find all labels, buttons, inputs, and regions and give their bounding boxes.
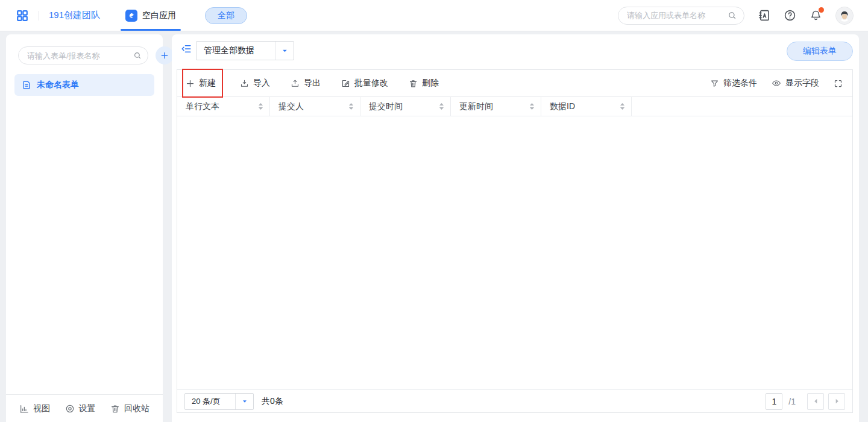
active-tab-underline: [121, 29, 181, 31]
global-search-input[interactable]: [627, 11, 728, 20]
page-total-label: /1: [788, 397, 796, 406]
views-label: 视图: [33, 403, 50, 414]
chevron-down-icon: [236, 394, 253, 409]
batch-edit-label: 批量修改: [354, 78, 388, 89]
sort-icon[interactable]: [258, 102, 263, 110]
form-search[interactable]: [18, 46, 148, 65]
show-fields-button[interactable]: 显示字段: [772, 78, 819, 89]
new-record-button[interactable]: 新建: [186, 78, 216, 89]
data-view-label: 管理全部数据: [197, 42, 275, 60]
column-header[interactable]: 更新时间: [451, 97, 541, 116]
form-list-sidebar: 未命名表单 视图 设置 回收站: [6, 34, 163, 422]
column-header[interactable]: 提交人: [270, 97, 360, 116]
show-fields-label: 显示字段: [785, 78, 819, 89]
sidebar-item-label: 未命名表单: [37, 80, 79, 90]
column-label: 更新时间: [459, 101, 493, 112]
notification-badge: [819, 7, 824, 13]
top-header: 191创建团队 空白应用 全部: [0, 0, 868, 31]
collapse-sidebar-icon[interactable]: [181, 43, 192, 54]
total-count-label: 共0条: [262, 396, 283, 407]
sort-icon[interactable]: [439, 102, 444, 110]
search-icon: [133, 51, 142, 60]
column-label: 提交时间: [369, 101, 403, 112]
column-label: 数据ID: [550, 101, 575, 112]
import-button[interactable]: 导入: [240, 78, 270, 89]
global-search[interactable]: [618, 7, 744, 25]
contacts-button[interactable]: [758, 9, 770, 22]
column-label: 提交人: [278, 101, 304, 112]
table-body-empty: [177, 116, 852, 389]
document-icon: [22, 80, 31, 90]
fullscreen-icon: [834, 79, 843, 88]
form-search-input[interactable]: [27, 51, 133, 60]
page-size-label: 20 条/页: [185, 394, 236, 409]
export-button[interactable]: 导出: [291, 78, 321, 89]
page-size-selector[interactable]: 20 条/页: [184, 393, 254, 410]
filter-button[interactable]: 筛选条件: [710, 78, 757, 89]
chevron-right-icon: [834, 398, 840, 405]
views-button[interactable]: 视图: [19, 403, 50, 414]
new-record-label: 新建: [199, 78, 216, 89]
data-view-selector[interactable]: 管理全部数据: [196, 41, 294, 60]
tab-current-app[interactable]: 空白应用: [123, 0, 178, 31]
fullscreen-button[interactable]: [834, 79, 843, 88]
sort-icon[interactable]: [529, 102, 535, 110]
column-header[interactable]: 单行文本: [177, 97, 270, 116]
recycle-bin-button[interactable]: 回收站: [110, 403, 149, 414]
table-toolbar: 新建 导入 导出 批量修改: [177, 70, 852, 96]
column-header-empty: [632, 97, 852, 116]
app-launcher-icon[interactable]: [16, 9, 29, 22]
add-form-button[interactable]: [156, 46, 174, 65]
settings-button[interactable]: 设置: [65, 403, 96, 414]
sidebar-item-form[interactable]: 未命名表单: [14, 74, 154, 96]
delete-label: 删除: [422, 78, 439, 89]
data-management-panel: 管理全部数据 编辑表单 新建 导入 导出: [172, 34, 859, 422]
chevron-left-icon: [813, 398, 819, 405]
recycle-bin-label: 回收站: [124, 403, 149, 414]
column-label: 单行文本: [186, 101, 219, 112]
edit-form-button[interactable]: 编辑表单: [787, 42, 853, 61]
table-header-row: 单行文本 提交人 提交时间 更新时间: [177, 96, 852, 116]
sort-icon[interactable]: [620, 102, 625, 110]
help-button[interactable]: [784, 9, 796, 22]
app-logo-icon: [125, 10, 137, 22]
header-divider: [39, 11, 39, 20]
user-avatar[interactable]: [835, 7, 854, 25]
pagination-bar: 20 条/页 共0条 /1: [177, 389, 852, 412]
filter-all-pill[interactable]: 全部: [205, 7, 247, 24]
chevron-down-icon: [275, 42, 294, 60]
delete-button[interactable]: 删除: [409, 78, 439, 89]
import-label: 导入: [253, 78, 270, 89]
column-header[interactable]: 提交时间: [360, 97, 451, 116]
tab-label: 空白应用: [142, 10, 176, 21]
notifications-button[interactable]: [810, 9, 822, 22]
search-icon: [728, 11, 737, 20]
export-label: 导出: [304, 78, 321, 89]
batch-edit-button[interactable]: 批量修改: [341, 78, 388, 89]
team-name-link[interactable]: 191创建团队: [49, 10, 100, 21]
sort-icon[interactable]: [348, 102, 354, 110]
next-page-button[interactable]: [828, 393, 845, 410]
column-header[interactable]: 数据ID: [541, 97, 632, 116]
filter-label: 筛选条件: [723, 78, 757, 89]
page-number-input[interactable]: [766, 393, 782, 410]
data-table-card: 新建 导入 导出 批量修改: [177, 69, 853, 413]
sidebar-footer: 视图 设置 回收站: [6, 394, 163, 422]
prev-page-button[interactable]: [807, 393, 824, 410]
settings-label: 设置: [79, 403, 96, 414]
